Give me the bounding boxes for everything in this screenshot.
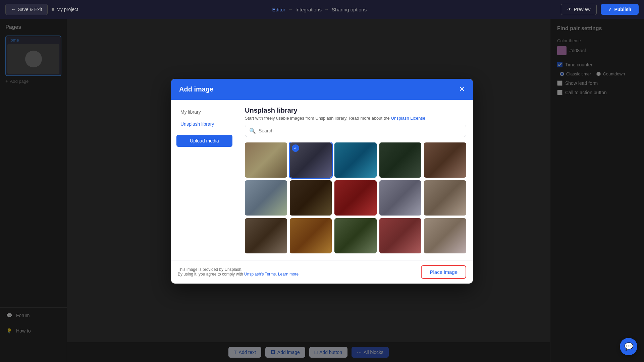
unsplash-terms-link[interactable]: Unsplash's Terms (244, 272, 276, 277)
image-cell[interactable] (334, 218, 377, 253)
top-navigation: ← Save & Exit My project Editor → Integr… (0, 0, 644, 19)
modal-sidebar: My library Unsplash library Upload media (171, 100, 238, 260)
footer-line-2-text: By using it, you agree to comply with (178, 272, 244, 277)
search-bar: 🔍 (245, 125, 466, 137)
nav-center: Editor → Integrations → Sharing options (84, 7, 555, 12)
image-cell[interactable] (379, 180, 422, 216)
modal-header: Add image ✕ (171, 79, 473, 100)
publish-label: Publish (614, 7, 631, 12)
publish-button[interactable]: ✓ Publish (601, 4, 639, 15)
modal-close-button[interactable]: ✕ (459, 85, 465, 93)
nav-left: ← Save & Exit My project (5, 4, 78, 15)
modal-overlay[interactable]: Add image ✕ My library Unsplash library … (0, 0, 644, 362)
modal-title: Add image (179, 85, 213, 93)
search-icon: 🔍 (249, 128, 256, 134)
search-input[interactable] (259, 128, 462, 133)
selected-checkmark: ✓ (292, 144, 299, 152)
arrow-1: → (288, 7, 293, 12)
unsplash-license-link[interactable]: Unsplash License (391, 116, 425, 121)
unsplash-library-tab[interactable]: Unsplash library (176, 119, 232, 129)
editor-step[interactable]: Editor (272, 7, 285, 12)
modal-body: My library Unsplash library Upload media… (171, 100, 473, 260)
image-cell[interactable] (245, 180, 287, 216)
check-icon: ✓ (608, 7, 612, 12)
eye-icon: 👁 (567, 7, 572, 12)
save-exit-label: Save & Exit (18, 7, 42, 12)
image-cell[interactable]: ✓ (290, 142, 332, 178)
nav-right: 👁 Preview ✓ Publish (561, 4, 639, 15)
image-cell[interactable] (424, 142, 466, 178)
image-grid: ✓ (245, 142, 466, 253)
integrations-step[interactable]: Integrations (296, 7, 322, 12)
image-cell[interactable] (424, 180, 466, 216)
dot-icon (52, 8, 54, 11)
library-title: Unsplash library (245, 107, 466, 114)
messenger-icon: 💬 (624, 342, 633, 351)
upload-media-button[interactable]: Upload media (176, 135, 232, 147)
image-cell[interactable] (334, 142, 377, 178)
image-cell[interactable] (290, 180, 332, 216)
modal-footer: This image is provided by Unsplash. By u… (171, 260, 473, 284)
add-image-modal: Add image ✕ My library Unsplash library … (171, 79, 473, 284)
project-name-label: My project (56, 7, 78, 12)
modal-main-content: Unsplash library Start with freely usabl… (238, 100, 473, 260)
project-name: My project (52, 7, 78, 12)
chat-bubble[interactable]: 💬 (620, 338, 637, 355)
my-library-tab[interactable]: My library (176, 107, 232, 117)
image-cell[interactable] (245, 218, 287, 253)
learn-more-link[interactable]: Learn more (278, 272, 299, 277)
place-image-button[interactable]: Place image (421, 265, 466, 279)
image-cell[interactable] (424, 218, 466, 253)
preview-button[interactable]: 👁 Preview (561, 4, 597, 15)
arrow-2: → (324, 7, 329, 12)
image-cell[interactable] (379, 142, 422, 178)
arrow-left-icon: ← (11, 7, 16, 12)
footer-line-2: By using it, you agree to comply with Un… (178, 272, 299, 277)
sharing-step[interactable]: Sharing options (332, 7, 367, 12)
library-description: Start with freely usable images from Uns… (245, 116, 466, 121)
image-cell[interactable] (379, 218, 422, 253)
save-exit-button[interactable]: ← Save & Exit (5, 4, 48, 15)
image-cell[interactable] (290, 218, 332, 253)
preview-label: Preview (574, 7, 591, 12)
image-cell[interactable] (334, 180, 377, 216)
library-desc-text: Start with freely usable images from Uns… (245, 116, 391, 121)
footer-attribution: This image is provided by Unsplash. By u… (178, 267, 299, 277)
footer-line-1: This image is provided by Unsplash. (178, 267, 299, 272)
image-cell[interactable] (245, 142, 287, 178)
